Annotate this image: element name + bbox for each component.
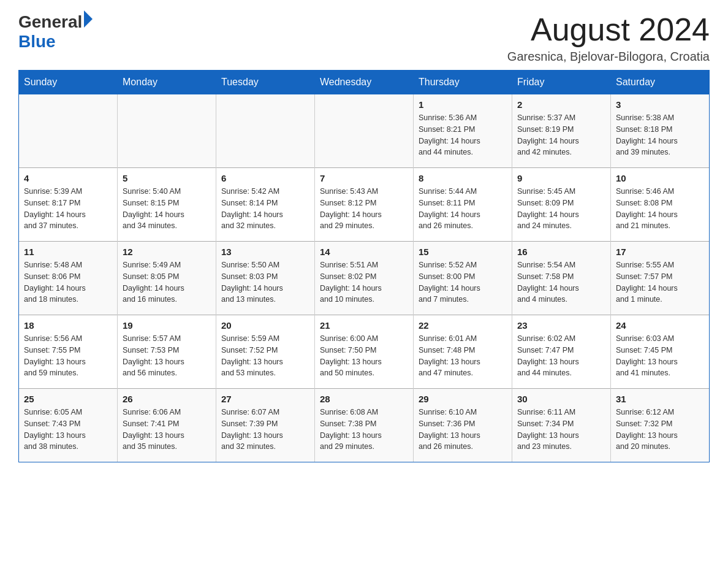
day-info: Sunrise: 5:43 AM Sunset: 8:12 PM Dayligh… (320, 186, 408, 232)
day-info: Sunrise: 5:50 AM Sunset: 8:03 PM Dayligh… (221, 259, 309, 305)
location-subtitle: Garesnica, Bjelovar-Bilogora, Croatia (507, 50, 710, 64)
day-info: Sunrise: 5:38 AM Sunset: 8:18 PM Dayligh… (616, 112, 704, 158)
calendar-day: 23Sunrise: 6:02 AM Sunset: 7:47 PM Dayli… (512, 315, 611, 389)
day-info: Sunrise: 6:11 AM Sunset: 7:34 PM Dayligh… (517, 407, 605, 453)
day-number: 6 (221, 173, 309, 183)
col-tuesday: Tuesday (216, 71, 315, 94)
day-number: 16 (517, 247, 605, 257)
calendar-day: 18Sunrise: 5:56 AM Sunset: 7:55 PM Dayli… (19, 315, 118, 389)
day-number: 31 (616, 394, 704, 404)
calendar-day: 15Sunrise: 5:52 AM Sunset: 8:00 PM Dayli… (414, 242, 512, 315)
day-number: 30 (517, 394, 605, 404)
header-row: Sunday Monday Tuesday Wednesday Thursday… (19, 71, 710, 94)
day-info: Sunrise: 6:06 AM Sunset: 7:41 PM Dayligh… (123, 407, 211, 453)
day-number: 1 (419, 99, 507, 110)
day-number: 11 (24, 247, 112, 257)
day-info: Sunrise: 6:07 AM Sunset: 7:39 PM Dayligh… (221, 407, 309, 453)
calendar-day: 28Sunrise: 6:08 AM Sunset: 7:38 PM Dayli… (315, 389, 414, 462)
calendar-day: 4Sunrise: 5:39 AM Sunset: 8:17 PM Daylig… (19, 168, 118, 242)
day-number: 29 (419, 394, 507, 404)
calendar-body: 1Sunrise: 5:36 AM Sunset: 8:21 PM Daylig… (19, 94, 710, 462)
calendar-day (118, 94, 216, 168)
calendar-day: 3Sunrise: 5:38 AM Sunset: 8:18 PM Daylig… (611, 94, 710, 168)
day-info: Sunrise: 6:05 AM Sunset: 7:43 PM Dayligh… (24, 407, 112, 453)
day-info: Sunrise: 5:52 AM Sunset: 8:00 PM Dayligh… (419, 259, 507, 305)
day-info: Sunrise: 5:49 AM Sunset: 8:05 PM Dayligh… (123, 259, 211, 305)
day-info: Sunrise: 5:56 AM Sunset: 7:55 PM Dayligh… (24, 333, 112, 379)
day-info: Sunrise: 6:08 AM Sunset: 7:38 PM Dayligh… (320, 407, 408, 453)
day-info: Sunrise: 5:51 AM Sunset: 8:02 PM Dayligh… (320, 259, 408, 305)
page-header: General Blue August 2024 Garesnica, Bjel… (18, 12, 710, 64)
calendar-table: Sunday Monday Tuesday Wednesday Thursday… (18, 70, 710, 462)
calendar-day (315, 94, 414, 168)
calendar-day (216, 94, 315, 168)
calendar-day: 14Sunrise: 5:51 AM Sunset: 8:02 PM Dayli… (315, 242, 414, 315)
title-section: August 2024 Garesnica, Bjelovar-Bilogora… (507, 12, 710, 64)
calendar-day: 5Sunrise: 5:40 AM Sunset: 8:15 PM Daylig… (118, 168, 216, 242)
day-info: Sunrise: 5:46 AM Sunset: 8:08 PM Dayligh… (616, 186, 704, 232)
calendar-day: 11Sunrise: 5:48 AM Sunset: 8:06 PM Dayli… (19, 242, 118, 315)
day-number: 23 (517, 320, 605, 331)
col-sunday: Sunday (19, 71, 118, 94)
col-saturday: Saturday (611, 71, 710, 94)
day-number: 12 (123, 247, 211, 257)
day-number: 13 (221, 247, 309, 257)
calendar-week-5: 25Sunrise: 6:05 AM Sunset: 7:43 PM Dayli… (19, 389, 710, 462)
day-number: 14 (320, 247, 408, 257)
calendar-day: 8Sunrise: 5:44 AM Sunset: 8:11 PM Daylig… (414, 168, 512, 242)
day-number: 3 (616, 99, 704, 110)
day-info: Sunrise: 5:55 AM Sunset: 7:57 PM Dayligh… (616, 259, 704, 305)
month-year-title: August 2024 (507, 12, 710, 47)
day-number: 20 (221, 320, 309, 331)
day-number: 24 (616, 320, 704, 331)
day-number: 18 (24, 320, 112, 331)
day-number: 4 (24, 173, 112, 183)
day-info: Sunrise: 6:10 AM Sunset: 7:36 PM Dayligh… (419, 407, 507, 453)
calendar-day: 1Sunrise: 5:36 AM Sunset: 8:21 PM Daylig… (414, 94, 512, 168)
day-number: 2 (517, 99, 605, 110)
day-number: 27 (221, 394, 309, 404)
day-info: Sunrise: 5:37 AM Sunset: 8:19 PM Dayligh… (517, 112, 605, 158)
calendar-day: 26Sunrise: 6:06 AM Sunset: 7:41 PM Dayli… (118, 389, 216, 462)
calendar-day: 12Sunrise: 5:49 AM Sunset: 8:05 PM Dayli… (118, 242, 216, 315)
day-info: Sunrise: 5:45 AM Sunset: 8:09 PM Dayligh… (517, 186, 605, 232)
calendar-week-2: 4Sunrise: 5:39 AM Sunset: 8:17 PM Daylig… (19, 168, 710, 242)
day-number: 10 (616, 173, 704, 183)
calendar-day: 6Sunrise: 5:42 AM Sunset: 8:14 PM Daylig… (216, 168, 315, 242)
day-number: 28 (320, 394, 408, 404)
day-number: 9 (517, 173, 605, 183)
col-thursday: Thursday (414, 71, 512, 94)
day-number: 25 (24, 394, 112, 404)
logo-general: General (18, 12, 82, 32)
day-info: Sunrise: 6:02 AM Sunset: 7:47 PM Dayligh… (517, 333, 605, 379)
day-number: 21 (320, 320, 408, 331)
col-friday: Friday (512, 71, 611, 94)
calendar-day: 10Sunrise: 5:46 AM Sunset: 8:08 PM Dayli… (611, 168, 710, 242)
calendar-day: 24Sunrise: 6:03 AM Sunset: 7:45 PM Dayli… (611, 315, 710, 389)
logo: General Blue (18, 12, 93, 52)
logo-blue: Blue (18, 32, 56, 51)
calendar-day: 9Sunrise: 5:45 AM Sunset: 8:09 PM Daylig… (512, 168, 611, 242)
day-number: 22 (419, 320, 507, 331)
day-number: 17 (616, 247, 704, 257)
calendar-day: 29Sunrise: 6:10 AM Sunset: 7:36 PM Dayli… (414, 389, 512, 462)
calendar-header: Sunday Monday Tuesday Wednesday Thursday… (19, 71, 710, 94)
day-info: Sunrise: 5:59 AM Sunset: 7:52 PM Dayligh… (221, 333, 309, 379)
day-number: 15 (419, 247, 507, 257)
day-number: 8 (419, 173, 507, 183)
col-wednesday: Wednesday (315, 71, 414, 94)
calendar-week-4: 18Sunrise: 5:56 AM Sunset: 7:55 PM Dayli… (19, 315, 710, 389)
calendar-day: 21Sunrise: 6:00 AM Sunset: 7:50 PM Dayli… (315, 315, 414, 389)
calendar-day: 19Sunrise: 5:57 AM Sunset: 7:53 PM Dayli… (118, 315, 216, 389)
day-info: Sunrise: 5:39 AM Sunset: 8:17 PM Dayligh… (24, 186, 112, 232)
day-info: Sunrise: 5:36 AM Sunset: 8:21 PM Dayligh… (419, 112, 507, 158)
day-info: Sunrise: 6:01 AM Sunset: 7:48 PM Dayligh… (419, 333, 507, 379)
calendar-day: 31Sunrise: 6:12 AM Sunset: 7:32 PM Dayli… (611, 389, 710, 462)
day-number: 7 (320, 173, 408, 183)
calendar-day: 27Sunrise: 6:07 AM Sunset: 7:39 PM Dayli… (216, 389, 315, 462)
calendar-day: 25Sunrise: 6:05 AM Sunset: 7:43 PM Dayli… (19, 389, 118, 462)
day-number: 5 (123, 173, 211, 183)
day-info: Sunrise: 5:44 AM Sunset: 8:11 PM Dayligh… (419, 186, 507, 232)
day-info: Sunrise: 6:00 AM Sunset: 7:50 PM Dayligh… (320, 333, 408, 379)
day-info: Sunrise: 5:54 AM Sunset: 7:58 PM Dayligh… (517, 259, 605, 305)
